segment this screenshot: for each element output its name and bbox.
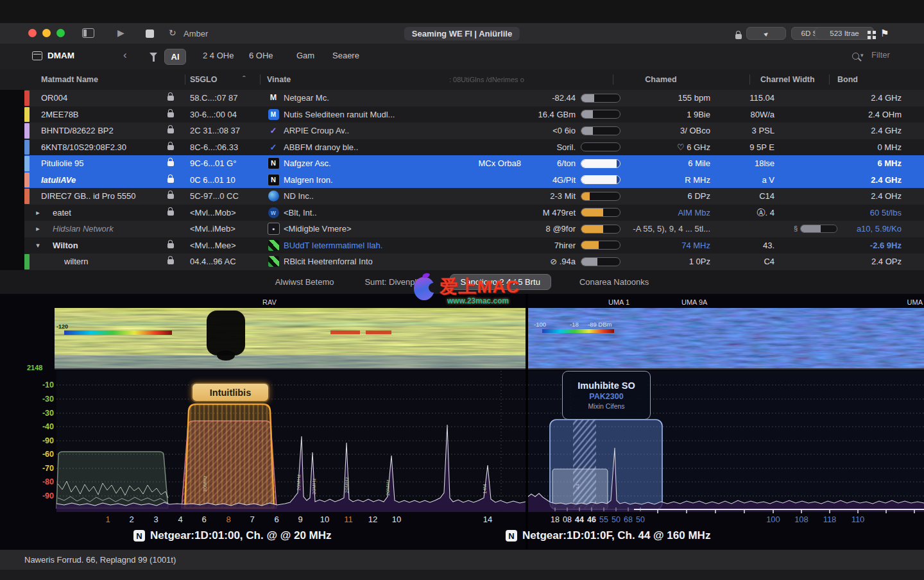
channel-tick-label: 68	[624, 515, 633, 524]
table-row[interactable]: OR00458.C...:07 87MNetgear Mc.-82.44155 …	[0, 90, 924, 107]
table-row[interactable]: Pituliolie 959C-6...01 G°NNafgzer Asc.MC…	[0, 155, 924, 172]
channel-value: AlM Mbz	[563, 205, 710, 221]
sidebar-toggle-icon[interactable]	[82, 28, 94, 38]
network-name: Hidslan Network	[53, 221, 187, 237]
network-name: 6KNT8/10S29:08F2.30	[41, 139, 176, 156]
bssid: 8C-6...:06.33	[190, 139, 264, 156]
toolbar: DMAM ‹ Al 2 4 OHe 6 OHe Gam Seaere ▾	[0, 44, 924, 70]
vendor-icon: M	[267, 107, 280, 123]
channel-width-value: C14	[697, 188, 774, 205]
table-row[interactable]: DIREC7 GB.. id Pro 55505C-97...0 CCND In…	[0, 188, 924, 205]
tab-1[interactable]: Sumt: Divenplh	[362, 274, 424, 290]
channel-value: 1 0Pz	[563, 253, 710, 270]
channel-tick-label: 1	[105, 515, 110, 524]
lock-icon	[167, 205, 179, 221]
stop-icon[interactable]	[146, 30, 154, 38]
row-color-bar	[24, 254, 30, 269]
left-panel-label: RAV	[262, 298, 277, 306]
close-window-button[interactable]	[28, 29, 37, 37]
header-signal[interactable]: : 08UtiGlns /dNerimes o	[449, 69, 524, 90]
left-caption-text: Netgear:1D:01:00, Ch. @ @ 20 MHz	[150, 529, 332, 542]
gain-button[interactable]: Gam	[296, 51, 314, 60]
header-channel[interactable]: Chamed	[626, 69, 696, 90]
band-value: 2.4 OHz	[812, 188, 902, 205]
channel-tick-label: 10	[320, 515, 329, 524]
vendor-name: ABBFM dranoy ble..	[284, 139, 444, 156]
tab-2[interactable]: Sanctiovo 2 4 / 5 Brtu	[450, 274, 551, 290]
expand-chevron-icon[interactable]: ▸	[32, 205, 44, 221]
table-row[interactable]: IatuliAVe0C 6...01 10NMalgren Iron.4G/Pi…	[0, 172, 924, 189]
channel-tick-label: 6	[274, 515, 278, 524]
channel-width-value: 80W/a	[697, 107, 774, 123]
search-chevron-icon[interactable]: ▾	[860, 52, 864, 58]
table-row[interactable]: BHNTD/82622 BP22C 31..:08 37✓ARPIE Croup…	[0, 123, 924, 139]
status-text: Naweris Forrud. 66, Replagnd 99 (1001t)	[24, 555, 176, 565]
channel-tick-label: 2	[129, 515, 133, 524]
table-row[interactable]: wiltern04.4...96 ACRBlcit Heetrenforral …	[0, 253, 924, 270]
y-tick-label: -90	[42, 491, 54, 500]
expand-chevron-icon[interactable]: ▾	[32, 237, 44, 254]
refresh-icon[interactable]: ↻	[169, 28, 176, 38]
header-band[interactable]: Bond	[837, 69, 858, 90]
grid-icon[interactable]	[868, 31, 871, 34]
vendor-icon: ●	[267, 221, 280, 237]
rotated-channel-label: 14M	[482, 484, 488, 494]
band-value: 2.4 GHz	[812, 90, 902, 107]
bssid: <Mvl...Mee>	[190, 237, 264, 254]
filter-all-button[interactable]: Al	[164, 49, 186, 65]
header-bssid[interactable]: S5GLO	[190, 69, 217, 90]
band-24-button[interactable]: 2 4 OHe	[203, 51, 234, 60]
header-channel-width[interactable]: Charnel Width	[760, 69, 831, 90]
network-name: Pituliolie 95	[41, 155, 176, 172]
table-row[interactable]: ▸Hidslan Network<Mvl..iMeb>●<Midigble Vm…	[0, 221, 924, 237]
channel-tick-label: 50	[636, 515, 645, 524]
rotated-channel-label: 20MHz	[311, 478, 317, 494]
spectrum-view: RAV UMA 1 UMA 9A UMA -120 -100 -18 -89 D…	[0, 294, 924, 549]
channel-shape-green[interactable]	[56, 452, 168, 508]
sort-icon[interactable]: ˆ	[243, 69, 245, 90]
back-chevron-icon[interactable]: ‹	[123, 49, 127, 62]
channel-block-blue[interactable]: 44	[550, 420, 662, 509]
expand-chevron-icon[interactable]: ▸	[32, 221, 44, 237]
vendor-name: RBlcit Heetrenforral Into	[284, 253, 444, 270]
channel-value: R MHz	[563, 172, 710, 189]
channel-width-value: 43.	[697, 237, 774, 254]
window-title: Seaming WE FI | Aniürlile	[404, 27, 520, 40]
channel-value: 6 Mile	[563, 155, 710, 172]
search-icon[interactable]	[852, 53, 859, 60]
y-tick-label: -30	[42, 395, 54, 404]
table-row[interactable]: ▾Wilton<Mvl...Mee>BUddT Ietermmatimel Il…	[0, 237, 924, 254]
vendor-icon: M	[267, 90, 280, 107]
svg-text:44: 44	[575, 484, 581, 490]
play-icon[interactable]: ▶	[117, 28, 124, 38]
table-row[interactable]: 2MEE78B30-6...:00 04MNutis Selediteen ra…	[0, 107, 924, 123]
rotated-channel-label: 30MHz	[202, 475, 208, 491]
minimize-window-button[interactable]	[42, 29, 51, 37]
header-vendor[interactable]: Vinate	[267, 69, 291, 90]
table-row[interactable]: ▸eatet<Mvl...Mob>w<Blt, Int..M 479retAlM…	[0, 205, 924, 221]
vendor-icon: N	[267, 172, 280, 189]
right-chart-tooltip: Imuhibite SO PAK2300 Mixin Cifens	[562, 371, 651, 420]
tab-3[interactable]: Conarea Natoonks	[577, 274, 651, 290]
header-network-name[interactable]: Matmadt Name	[41, 69, 98, 90]
nav-pill[interactable]: ►	[746, 27, 786, 40]
right-panel-label-1: UMA 1	[608, 298, 629, 306]
table-row[interactable]: 6KNT8/10S29:08F2.308C-6...:06.33✓ABBFM d…	[0, 139, 924, 156]
bssid: 9C-6...01 G°	[190, 155, 264, 172]
channel-width-value: 115.04	[697, 90, 774, 107]
zoom-window-button[interactable]	[56, 29, 65, 37]
band-5-button[interactable]: 6 OHe	[249, 51, 273, 60]
channel-tick-label: 50	[612, 515, 620, 524]
filter-input[interactable]	[870, 49, 918, 60]
y-tick-label: -90	[42, 436, 54, 445]
flag-icon[interactable]: ⚑	[880, 28, 889, 39]
tooltip-network-name: Imuhibite SO	[578, 380, 635, 391]
secure-button[interactable]: Seaere	[332, 51, 359, 60]
channel-value: 3/ OBco	[563, 123, 710, 139]
channel-tick-label: 110	[851, 515, 865, 524]
filter-funnel-icon[interactable]	[150, 53, 157, 57]
channel-shape-orange[interactable]	[185, 404, 274, 508]
channel-width-value: Ⓐ. 4	[697, 205, 774, 221]
time-pill[interactable]: 523 Itrae	[815, 27, 874, 40]
tab-0[interactable]: Alwiwst Betemo	[273, 274, 337, 290]
